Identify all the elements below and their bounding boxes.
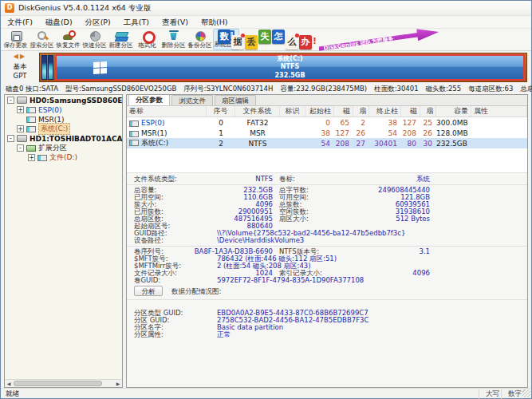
detail-row: 总容量:232.5GB总字节数:249608445440 [127, 187, 527, 194]
disk-bar: 系统(C:) NTFS 232.5GB [39, 53, 527, 82]
menu-disk[interactable]: 磁盘(D) [39, 16, 79, 29]
expander-collapsed-icon[interactable]: + [17, 125, 24, 132]
tree-item-label: 文件(D:) [49, 152, 77, 163]
expander-expanded-icon[interactable]: - [7, 135, 14, 142]
analyze-button[interactable]: 分析 [134, 286, 163, 296]
recover-icon [62, 30, 75, 41]
quick-partition-button[interactable]: 快速分区 [81, 29, 108, 50]
partition-icon [26, 117, 36, 123]
search-partition-button[interactable]: 搜索分区 [29, 29, 55, 50]
partition-scheme-label: GPT [1, 71, 39, 81]
menu-view[interactable]: 查看(V) [156, 16, 195, 29]
search-icon [36, 30, 49, 41]
analyze-row: 分析 数据分配情况图: [127, 286, 527, 298]
scrollbar-thumb[interactable] [14, 381, 102, 386]
banner-exclamation: ! [313, 36, 317, 46]
cell-capacity: 128.0MB [436, 129, 471, 137]
tab-bar: 分区参数 浏览文件 扇区编辑 [127, 95, 527, 106]
tab-sector-edit[interactable]: 扇区编辑 [215, 95, 256, 105]
recover-files-button[interactable]: 恢复文件 [55, 29, 81, 50]
expander-collapsed-icon[interactable]: + [28, 154, 35, 161]
header-volume-label: 卷标 [127, 106, 207, 117]
tree-item-system-c[interactable]: +系统(C:) [5, 124, 122, 133]
new-partition-button[interactable]: 新建分区 [108, 29, 134, 50]
cell-start-sector: 26 [353, 129, 369, 137]
backup-partition-button[interactable]: 备份分区 [187, 29, 213, 50]
msr-partition-block[interactable] [48, 55, 53, 80]
cell-end-sector: 30 [420, 140, 436, 148]
partition-style-label: 基本 [1, 61, 39, 71]
header-start-sector: 扇区 [353, 106, 369, 117]
system-partition-block[interactable]: 系统(C:) NTFS 232.5GB [55, 54, 525, 81]
cell-end-head: 127 [401, 119, 420, 127]
disk-total-sectors: 总扇区数:488397168 [520, 85, 532, 94]
tab-partition-parameters[interactable]: 分区参数 [128, 94, 170, 105]
detail-row: 分区属性:正常 [127, 331, 527, 338]
scroll-right-icon[interactable]: ▶ [114, 380, 122, 387]
format-button[interactable]: 格式化 [134, 29, 160, 50]
header-end-head: 磁头 [401, 106, 420, 117]
cell-end-cylinder: 54 [369, 129, 401, 137]
disk-overview: ◀▶ 基本 GPT 系统(C:) NTFS 232.5GB [1, 51, 531, 84]
volume-guid-label: 卷GUID: [134, 277, 160, 284]
disk-icon [17, 97, 27, 104]
trash-icon [167, 30, 180, 41]
menu-tools[interactable]: 工具(T) [117, 16, 156, 29]
table-row-esp[interactable]: ESP(0) 0 FAT32 0 65 2 38 127 25 300.0MB [127, 117, 527, 128]
detail-row: $MFT簇号:786432 (柱面:446 磁头:112 扇区:51) [127, 255, 527, 263]
banner-tile: 么 [286, 35, 298, 49]
backup-partition-label: 备份分区 [188, 41, 212, 49]
partition-size: 232.5GB [275, 72, 305, 81]
header-flag: 标识 [280, 106, 305, 117]
tree-item-extended-partition[interactable]: -扩展分区 [5, 144, 122, 152]
header-start-cylinder: 起始柱面 [305, 106, 334, 117]
ad-banner[interactable]: 数 据 丢 失 怎 么 办 ! DiskGenius 团队为您服务 [218, 30, 439, 50]
scroll-left-icon[interactable]: ◀ [5, 380, 13, 387]
tab-browse-files[interactable]: 浏览文件 [171, 95, 213, 105]
menu-file[interactable]: 文件(F) [1, 16, 39, 29]
table-row-msr[interactable]: MSR(1) 1 MSR 38 127 26 54 208 26 128.0MB [127, 128, 527, 138]
tree-item-label: MSR(1) [38, 116, 64, 124]
tree-item-file-d[interactable]: +文件(D:) [5, 153, 122, 162]
detail-row: 卷GUID:5972EF72-8F1F-4794-835A-1D90FA3771… [127, 277, 527, 284]
table-row-system-selected[interactable]: 系统(C:) 2 NTFS 54 208 27 30401 80 30 232.… [127, 138, 527, 148]
detail-row: 已用空间:110.6GB可用空间:121.8GB [127, 194, 527, 201]
device-path-label: 设备路径: [134, 237, 164, 244]
expander-expanded-icon[interactable]: - [7, 97, 14, 104]
recover-files-label: 恢复文件 [57, 41, 81, 49]
cell-seq: 0 [207, 119, 235, 127]
detail-row: 文件系统类型:NTFS 卷标:系统 [127, 176, 527, 183]
layers-icon [115, 30, 128, 41]
banner-tile: 数 [218, 30, 231, 44]
status-bar: 就绪 大写 数字 [1, 388, 531, 398]
tree-item-label-selected: 系统(C:) [38, 123, 70, 135]
expander-collapsed-icon[interactable]: + [17, 106, 24, 113]
table-header-row: 卷标 序号(状态) 文件系统 标识 起始柱面 磁头 扇区 终止柱面 磁头 扇区 … [127, 106, 527, 117]
expander-expanded-icon[interactable]: - [17, 144, 24, 152]
detail-row: 簇大小:4096总簇数:60939561 [127, 201, 527, 208]
cell-start-sector: 27 [353, 140, 369, 148]
disk-heads: 磁头数:255 [426, 85, 462, 94]
save-icon [10, 30, 22, 41]
disk-cylinders: 柱面数:30401 [374, 85, 418, 94]
cell-volume-label: MSR(1) [127, 129, 207, 137]
save-changes-button[interactable]: 保存更改 [2, 29, 29, 50]
prev-next-disk-icon[interactable]: ◀▶ [1, 52, 39, 61]
resize-grip[interactable] [522, 389, 530, 397]
cell-start-cylinder: 38 [305, 129, 334, 137]
tree-item-esp[interactable]: +ESP(0) [5, 105, 122, 114]
header-filesystem: 文件系统 [235, 106, 280, 117]
tree-item-hd1[interactable]: -HD1:TOSHIBADT01ACA100(932GB) [5, 134, 122, 143]
banner-tile: 据 [231, 35, 244, 49]
delete-partition-button[interactable]: 删除分区 [160, 29, 187, 50]
tree-item-label: HD0:SamsungSSD860EVO250GB(233 [30, 97, 123, 105]
tree-horizontal-scrollbar[interactable]: ◀ ▶ [5, 379, 122, 387]
tree-item-hd0[interactable]: -HD0:SamsungSSD860EVO250GB(233 [5, 96, 122, 105]
volume-guid-value: 5972EF72-8F1F-4794-835A-1D90FA377108 [217, 277, 364, 284]
esp-partition-block[interactable] [41, 55, 47, 80]
allocation-map-label: 数据分配情况图: [171, 287, 221, 297]
menu-bar: 文件(F) 磁盘(D) 分区(P) 工具(T) 查看(V) 帮助(H) [1, 16, 531, 29]
menu-partition[interactable]: 分区(P) [79, 16, 117, 29]
menu-help[interactable]: 帮助(H) [195, 16, 234, 29]
device-path-value: \Device\HarddiskVolume3 [217, 237, 304, 244]
